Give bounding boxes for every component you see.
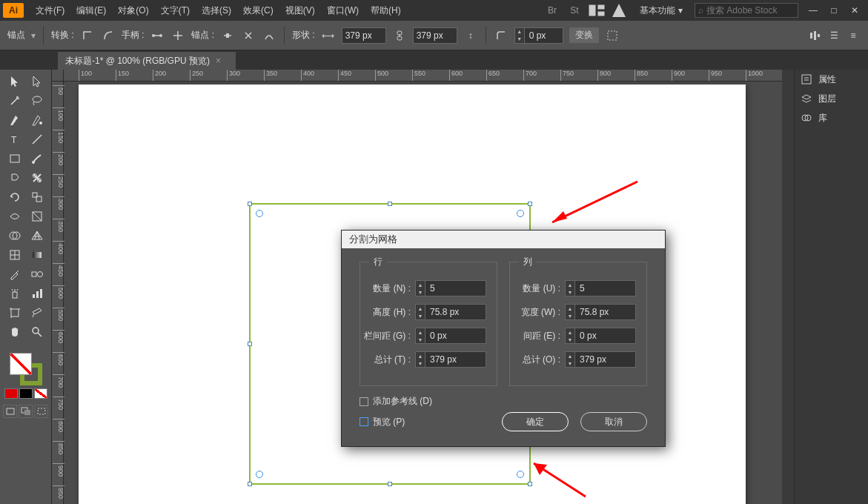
- color-swatch[interactable]: [4, 388, 18, 399]
- menu-file[interactable]: 文件(F): [30, 4, 70, 17]
- spin-up-icon[interactable]: ▲: [416, 305, 425, 312]
- lasso-tool[interactable]: [26, 92, 48, 110]
- spin-down-icon[interactable]: ▼: [566, 336, 574, 343]
- isolate-icon[interactable]: [605, 28, 620, 43]
- checkbox-icon[interactable]: [360, 397, 368, 406]
- curvature-tool[interactable]: [26, 111, 48, 129]
- bridge-icon[interactable]: Br: [543, 3, 561, 18]
- menu-type[interactable]: 文字(T): [155, 4, 196, 17]
- search-box[interactable]: ⌕ 搜索 Adobe Stock: [695, 3, 798, 18]
- resize-handle[interactable]: [528, 482, 532, 486]
- pen-tool[interactable]: [4, 111, 26, 129]
- menu-object[interactable]: 对象(O): [112, 4, 154, 17]
- row-height-spinner[interactable]: ▲▼: [415, 304, 486, 320]
- more-options-icon[interactable]: ≡: [846, 28, 861, 43]
- line-tool[interactable]: [26, 130, 48, 148]
- spin-up-icon[interactable]: ▲: [566, 305, 574, 312]
- resize-handle[interactable]: [248, 342, 252, 346]
- eraser-tool[interactable]: [26, 169, 48, 187]
- artboard-tool[interactable]: [4, 304, 26, 322]
- cancel-button[interactable]: 取消: [580, 412, 647, 431]
- slice-tool[interactable]: [26, 304, 48, 322]
- spin-up-icon[interactable]: ▲: [416, 281, 425, 288]
- convert-smooth-icon[interactable]: [101, 28, 116, 43]
- col-width-input[interactable]: [575, 304, 636, 320]
- shaper-tool[interactable]: [4, 169, 26, 187]
- row-total-spinner[interactable]: ▲▼: [415, 351, 486, 368]
- panel-options-icon[interactable]: ☰: [826, 28, 841, 43]
- resize-handle[interactable]: [248, 202, 252, 206]
- col-count-input[interactable]: [575, 280, 636, 296]
- align-icon[interactable]: [807, 28, 822, 43]
- column-graph-tool[interactable]: [26, 285, 48, 302]
- menu-window[interactable]: 窗口(W): [321, 4, 365, 17]
- spin-up-icon[interactable]: ▲: [566, 352, 574, 359]
- magic-wand-tool[interactable]: [4, 92, 26, 110]
- col-gutter-spinner[interactable]: ▲▼: [565, 328, 636, 344]
- corner-widget[interactable]: [256, 210, 263, 217]
- menu-effect[interactable]: 效果(C): [237, 4, 279, 17]
- draw-inside-icon[interactable]: [34, 405, 48, 418]
- connect-path-icon[interactable]: [262, 28, 276, 43]
- chevron-down-icon[interactable]: ▾: [31, 30, 36, 41]
- spin-up-icon[interactable]: ▲: [515, 28, 524, 36]
- spin-up-icon[interactable]: ▲: [566, 328, 574, 336]
- shape-builder-tool[interactable]: [4, 227, 26, 245]
- spin-down-icon[interactable]: ▼: [416, 336, 425, 343]
- row-count-spinner[interactable]: ▲▼: [415, 280, 486, 296]
- corner-widget[interactable]: [517, 471, 524, 478]
- row-gutter-input[interactable]: [425, 328, 486, 344]
- ruler-origin[interactable]: [52, 70, 64, 82]
- draw-behind-icon[interactable]: [19, 405, 33, 418]
- layers-panel-tab[interactable]: 图层: [795, 89, 868, 108]
- row-gutter-spinner[interactable]: ▲▼: [415, 328, 486, 344]
- spin-up-icon[interactable]: ▲: [416, 352, 425, 359]
- libraries-panel-tab[interactable]: 库: [795, 108, 868, 127]
- symbol-sprayer-tool[interactable]: [4, 285, 26, 302]
- col-count-spinner[interactable]: ▲▼: [565, 280, 636, 296]
- corner-type-icon[interactable]: [494, 28, 508, 43]
- col-gutter-input[interactable]: [575, 328, 636, 344]
- vertical-scrollbar[interactable]: [782, 70, 794, 504]
- spin-down-icon[interactable]: ▼: [566, 288, 574, 296]
- remove-anchor-icon[interactable]: [220, 28, 235, 43]
- vertical-ruler[interactable]: 5010015020025030035040045050055060065070…: [52, 82, 64, 504]
- col-total-input[interactable]: [575, 351, 636, 368]
- row-height-input[interactable]: [425, 304, 486, 320]
- shape-width-input[interactable]: [342, 27, 386, 44]
- cut-path-icon[interactable]: [241, 28, 256, 43]
- hand-tool[interactable]: [4, 323, 26, 341]
- minimize-button[interactable]: —: [803, 3, 824, 18]
- spin-down-icon[interactable]: ▼: [566, 359, 574, 367]
- menu-view[interactable]: 视图(V): [279, 4, 321, 17]
- menu-select[interactable]: 选择(S): [196, 4, 237, 17]
- preview-checkbox[interactable]: 预览 (P): [360, 416, 405, 428]
- checkbox-icon[interactable]: [360, 417, 368, 426]
- spin-down-icon[interactable]: ▼: [566, 312, 574, 319]
- spin-down-icon[interactable]: ▼: [416, 359, 425, 367]
- stock-icon[interactable]: St: [566, 3, 583, 18]
- handle-hide-icon[interactable]: [170, 28, 185, 43]
- document-tab[interactable]: 未标题-1* @ 100% (RGB/GPU 预览) ×: [58, 52, 236, 70]
- menu-help[interactable]: 帮助(H): [365, 4, 407, 17]
- spin-up-icon[interactable]: ▲: [566, 281, 574, 288]
- corner-widget[interactable]: [517, 210, 524, 217]
- selection-tool[interactable]: [4, 73, 26, 90]
- spin-up-icon[interactable]: ▲: [416, 328, 425, 336]
- handle-show-icon[interactable]: [150, 28, 165, 43]
- spin-down-icon[interactable]: ▼: [416, 288, 425, 296]
- corner-widget[interactable]: [256, 471, 263, 478]
- blend-tool[interactable]: [26, 265, 48, 283]
- fill-box[interactable]: [10, 353, 32, 375]
- rectangle-tool[interactable]: [4, 150, 26, 168]
- menu-edit[interactable]: 编辑(E): [70, 4, 112, 17]
- col-width-spinner[interactable]: ▲▼: [565, 304, 636, 320]
- mesh-tool[interactable]: [4, 246, 26, 264]
- type-tool[interactable]: T: [4, 130, 26, 148]
- close-tab-icon[interactable]: ×: [216, 52, 221, 70]
- ok-button[interactable]: 确定: [502, 412, 569, 431]
- draw-normal-icon[interactable]: [3, 405, 17, 418]
- gradient-tool[interactable]: [26, 246, 48, 264]
- corner-value-input[interactable]: [525, 27, 563, 44]
- properties-panel-tab[interactable]: 属性: [795, 70, 868, 89]
